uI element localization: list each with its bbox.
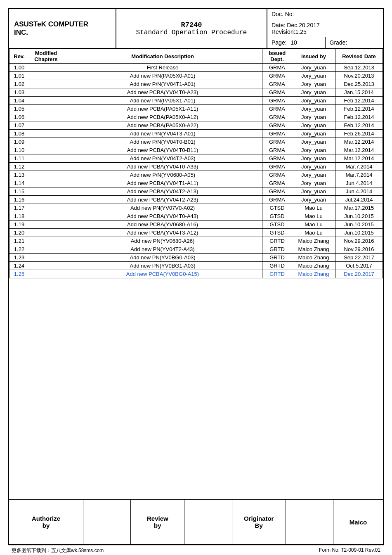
cell-desc: Add new P/N(YV04T1-A01) [63, 80, 262, 88]
cell-dept: GRMA [262, 97, 292, 105]
cell-issued: Mao Lu [292, 229, 335, 237]
date-label: Date: Dec.20.2017 [272, 22, 379, 28]
table-row: 1.23Add new PN(YV0BG0-A03)GRTDMaico Zhan… [9, 254, 383, 262]
cell-rev: 1.21 [9, 237, 29, 245]
cell-date: Mar.12.2014 [335, 146, 383, 154]
table-row: 1.00First ReleaseGRMAJory_yuanSep.12.201… [9, 64, 383, 72]
revision-table: Rev. ModifiedChapters Modification Descr… [9, 49, 383, 278]
cell-desc: Add new PCBA(YV0680-A16) [63, 221, 262, 229]
cell-date: Feb.12.2014 [335, 121, 383, 130]
table-row: 1.15Add new PCBA(YV04T2-A13)GRMAJory_yua… [9, 187, 383, 196]
cell-issued: Mao Lu [292, 221, 335, 229]
cell-rev: 1.04 [9, 97, 29, 105]
cell-desc: Add new PCBA(PA05X0-A12) [63, 113, 262, 121]
cell-issued: Jory_yuan [292, 105, 335, 113]
cell-date: Mar.12.2014 [335, 138, 383, 146]
cell-issued: Jory_yuan [292, 179, 335, 187]
cell-dept: GRMA [262, 138, 292, 146]
cell-desc: Add new PN(YV0BG0-A03) [63, 254, 262, 262]
cell-mod [29, 254, 63, 262]
authorize-label: Authorize by [9, 500, 83, 544]
cell-mod [29, 187, 63, 196]
cell-dept: GRTD [262, 262, 292, 270]
cell-issued: Jory_yuan [292, 97, 335, 105]
table-row: 1.09Add new P/N(YV04T0-B01)GRMAJory_yuan… [9, 138, 383, 146]
cell-desc: Add new PN(YV0BG1-A03) [63, 262, 262, 270]
cell-dept: GRTD [262, 245, 292, 254]
cell-rev: 1.24 [9, 262, 29, 270]
cell-mod [29, 80, 63, 88]
cell-rev: 1.05 [9, 105, 29, 113]
cell-issued: Maico Zhang [292, 262, 335, 270]
cell-desc: Add new PN(YV07V0-A02) [63, 204, 262, 212]
cell-desc: Add new P/N(YV0680-A05) [63, 171, 262, 179]
cell-desc: Add new PCBA(PA05X0-A22) [63, 121, 262, 130]
cell-issued: Maico Zhang [292, 237, 335, 245]
grade-label: Grade: [330, 39, 347, 46]
bottom-right: Form No: T2-009-01 Rev.01 [319, 547, 380, 554]
maico-name: Maico [333, 500, 383, 544]
doc-no-row: Doc. No: [267, 9, 383, 20]
cell-mod [29, 130, 63, 138]
cell-date: Nov.20.2013 [335, 72, 383, 80]
cell-date: Nov.29.2016 [335, 245, 383, 254]
cell-desc: Add new PCBA(YV04T2-A23) [63, 196, 262, 204]
document-subtitle: Standard Operation Procedure [136, 29, 247, 36]
cell-mod [29, 154, 63, 163]
cell-date: Mar.12.2014 [335, 154, 383, 163]
cell-date: Oct.5.2017 [335, 262, 383, 270]
cell-date: Dec.25.2013 [335, 80, 383, 88]
cell-rev: 1.25 [9, 270, 29, 278]
cell-rev: 1.03 [9, 88, 29, 97]
table-row: 1.05Add new PCBA(PA05X1-A11)GRMAJory_yua… [9, 105, 383, 113]
document-header: ASUSTeK COMPUTER INC. R7240 Standard Ope… [9, 9, 383, 49]
table-row: 1.18Add new PCBA(YV04T0-A43)GTSDMao LuJu… [9, 212, 383, 221]
cell-dept: GRTD [262, 270, 292, 278]
cell-issued: Maico Zhang [292, 270, 335, 278]
cell-dept: GTSD [262, 212, 292, 221]
table-row: 1.06Add new PCBA(PA05X0-A12)GRMAJory_yua… [9, 113, 383, 121]
cell-dept: GRMA [262, 196, 292, 204]
table-row: 1.20Add new PCBA(YV04T3-A12)GTSDMao LuJu… [9, 229, 383, 237]
cell-mod [29, 204, 63, 212]
cell-date: Nov.29.2016 [335, 237, 383, 245]
document-title: R7240 [181, 21, 202, 29]
cell-mod [29, 270, 63, 278]
cell-dept: GRMA [262, 121, 292, 130]
cell-issued: Jory_yuan [292, 64, 335, 72]
cell-rev: 1.22 [9, 245, 29, 254]
cell-rev: 1.18 [9, 212, 29, 221]
cell-rev: 1.09 [9, 138, 29, 146]
cell-rev: 1.06 [9, 113, 29, 121]
cell-date: Feb.12.2014 [335, 113, 383, 121]
cell-desc: Add new PCBA(YV04T0-A23) [63, 88, 262, 97]
cell-dept: GRMA [262, 130, 292, 138]
cell-mod [29, 245, 63, 254]
cell-mod [29, 97, 63, 105]
cell-mod [29, 237, 63, 245]
cell-rev: 1.00 [9, 64, 29, 72]
cell-dept: GRMA [262, 105, 292, 113]
cell-date: Sep.22.2017 [335, 254, 383, 262]
table-row: 1.14Add new PCBA(YV04T1-A11)GRMAJory_yua… [9, 179, 383, 187]
cell-issued: Jory_yuan [292, 121, 335, 130]
table-row: 1.08Add new P/N(YV04T3-A01)GRMAJory_yuan… [9, 130, 383, 138]
table-row: 1.22Add new PN(YV04T2-A43)GRTDMaico Zhan… [9, 245, 383, 254]
cell-desc: Add new P/N(PA05X0-A01) [63, 72, 262, 80]
cell-desc: Add new P/N(PA05X1-A01) [63, 97, 262, 105]
cell-date: Mar.17.2015 [335, 204, 383, 212]
table-row: 1.02Add new P/N(YV04T1-A01)GRMAJory_yuan… [9, 80, 383, 88]
page-section: Page: 10 [267, 37, 326, 48]
cell-dept: GRMA [262, 113, 292, 121]
cell-dept: GRMA [262, 154, 292, 163]
table-row: 1.04Add new P/N(PA05X1-A01)GRMAJory_yuan… [9, 97, 383, 105]
table-row: 1.24Add new PN(YV0BG1-A03)GRTDMaico Zhan… [9, 262, 383, 270]
cell-rev: 1.11 [9, 154, 29, 163]
cell-rev: 1.20 [9, 229, 29, 237]
cell-date: Mar.7.2014 [335, 163, 383, 171]
cell-mod [29, 196, 63, 204]
cell-issued: Jory_yuan [292, 171, 335, 179]
doc-info-section: Doc. No: Date: Dec.20.2017 Revision:1.25… [267, 9, 383, 48]
cell-issued: Mao Lu [292, 212, 335, 221]
cell-desc: Add new PN(YV0680-A26) [63, 237, 262, 245]
